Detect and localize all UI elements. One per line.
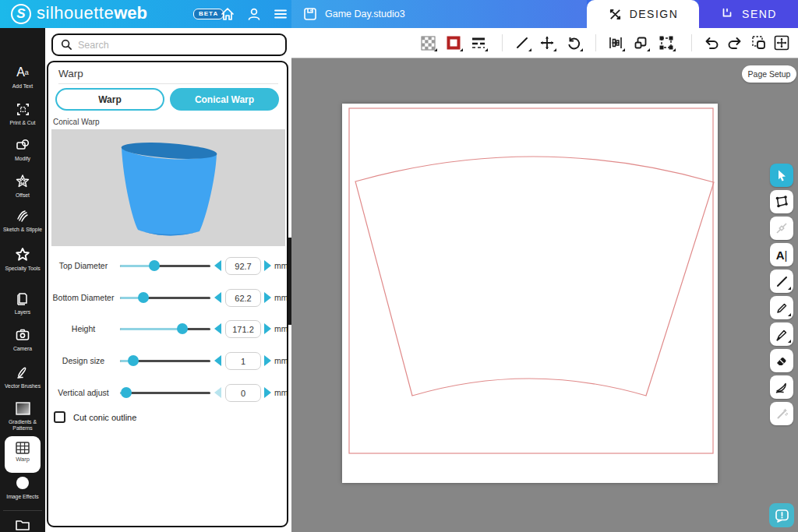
sidebar-item-gradients-patterns[interactable]: Gradients & Patterns bbox=[0, 400, 45, 432]
value-input[interactable] bbox=[225, 352, 261, 370]
line-style-button[interactable] bbox=[467, 31, 490, 55]
sidebar-item-sketch-stipple[interactable]: Sketch & Stipple bbox=[0, 207, 45, 233]
slider-thumb[interactable] bbox=[177, 323, 188, 334]
eraser-tool-button[interactable] bbox=[770, 349, 793, 372]
redo-button[interactable] bbox=[723, 31, 747, 55]
offset-icon bbox=[0, 173, 45, 190]
increment-arrow[interactable] bbox=[264, 292, 271, 303]
draw-line-button[interactable] bbox=[510, 31, 534, 55]
account-icon[interactable] bbox=[245, 5, 263, 23]
design-page[interactable] bbox=[342, 104, 718, 483]
image-effects-icon bbox=[0, 474, 45, 491]
value-input[interactable] bbox=[225, 320, 261, 338]
sidebar-item-image-effects[interactable]: Image Effects bbox=[0, 474, 45, 500]
left-sidebar: Aa Add Text Print & Cut Modify Offset Sk… bbox=[0, 28, 45, 532]
cut-conic-outline-checkbox[interactable] bbox=[54, 411, 65, 423]
feedback-button[interactable] bbox=[769, 503, 794, 527]
decrement-arrow[interactable] bbox=[214, 323, 221, 334]
slider-track[interactable] bbox=[120, 297, 210, 299]
slider-track[interactable] bbox=[120, 392, 210, 394]
pan-zoom-button[interactable] bbox=[770, 31, 793, 55]
toolbar-separator bbox=[502, 34, 503, 51]
align-distribute-button[interactable] bbox=[604, 31, 627, 55]
conical-warp-preview bbox=[51, 129, 285, 246]
increment-arrow[interactable] bbox=[264, 323, 271, 334]
sidebar-item-add-text[interactable]: Aa Add Text bbox=[0, 64, 45, 90]
edit-points-tool-button[interactable] bbox=[770, 190, 793, 213]
magic-wand-icon bbox=[775, 407, 789, 421]
knife-icon bbox=[775, 381, 789, 394]
sidebar-item-library[interactable]: Library bbox=[0, 516, 45, 532]
menu-icon[interactable] bbox=[272, 5, 289, 23]
file-tab[interactable]: Game Day.studio3 bbox=[291, 0, 587, 28]
decrement-arrow[interactable] bbox=[214, 260, 221, 271]
decrement-arrow[interactable] bbox=[214, 292, 221, 303]
rotate-tool-button[interactable] bbox=[562, 31, 585, 55]
fill-transparency-button[interactable] bbox=[416, 31, 440, 55]
increment-arrow[interactable] bbox=[264, 387, 271, 398]
brand-wordmark: silhouetteweb bbox=[37, 3, 147, 23]
checkbox-label: Cut conic outline bbox=[73, 413, 136, 422]
slider-track[interactable] bbox=[120, 265, 210, 267]
panel-title-divider bbox=[58, 83, 278, 84]
tab-design[interactable]: DESIGN bbox=[587, 0, 699, 28]
send-blade-icon bbox=[720, 7, 734, 21]
value-input[interactable] bbox=[225, 384, 261, 402]
tab-send[interactable]: SEND bbox=[699, 0, 798, 28]
slider-thumb[interactable] bbox=[121, 387, 132, 398]
move-tool-button[interactable] bbox=[535, 31, 559, 55]
library-icon bbox=[0, 516, 45, 532]
slider-thumb[interactable] bbox=[138, 292, 149, 303]
text-tool-button[interactable]: A| bbox=[770, 243, 793, 266]
arrange-group-button[interactable] bbox=[629, 31, 652, 55]
sidebar-item-camera[interactable]: Camera bbox=[0, 326, 45, 352]
value-input[interactable] bbox=[225, 257, 261, 275]
specialty-tools-icon bbox=[0, 246, 45, 263]
toolbar-separator bbox=[691, 34, 692, 51]
canvas-toolbar bbox=[291, 28, 798, 58]
vector-brushes-icon bbox=[0, 364, 45, 381]
decrement-arrow[interactable] bbox=[214, 355, 221, 366]
erase-point-tool-button-disabled bbox=[770, 217, 793, 240]
knife-tool-button[interactable] bbox=[770, 375, 793, 399]
select-tool-button[interactable] bbox=[770, 164, 793, 187]
conical-warp-section-label: Conical Warp bbox=[53, 118, 100, 126]
slider-track[interactable] bbox=[120, 360, 210, 362]
conical-warp-mode-button[interactable]: Conical Warp bbox=[170, 88, 279, 111]
file-name: Game Day.studio3 bbox=[325, 9, 405, 19]
value-input[interactable] bbox=[225, 289, 261, 307]
media-cut-border bbox=[349, 108, 713, 453]
increment-arrow[interactable] bbox=[264, 355, 271, 366]
exclamation-bubble-icon bbox=[775, 509, 789, 523]
pencil-tool-button[interactable] bbox=[770, 296, 793, 319]
sidebar-item-layers[interactable]: Layers bbox=[0, 290, 45, 315]
sidebar-item-vector-brushes[interactable]: Vector Brushes bbox=[0, 364, 45, 389]
slider-track[interactable] bbox=[120, 328, 210, 330]
increment-arrow[interactable] bbox=[264, 260, 271, 271]
warp-mode-button[interactable]: Warp bbox=[55, 88, 164, 111]
line-tool-button[interactable] bbox=[770, 270, 793, 293]
sidebar-item-warp[interactable]: Warp bbox=[5, 436, 41, 473]
search-input[interactable] bbox=[78, 40, 257, 51]
conical-warp-outline bbox=[355, 157, 714, 396]
paste-in-place-button[interactable] bbox=[747, 31, 771, 55]
sidebar-item-modify[interactable]: Modify bbox=[0, 136, 45, 162]
undo-button[interactable] bbox=[700, 31, 723, 55]
page-setup-button[interactable]: Page Setup bbox=[742, 65, 796, 83]
line-color-button[interactable] bbox=[442, 31, 465, 55]
slider-bottom-diameter: Bottom Diameter mm bbox=[48, 287, 287, 310]
scale-transform-button[interactable] bbox=[655, 31, 678, 55]
sidebar-item-offset[interactable]: Offset bbox=[0, 173, 45, 199]
print-cut-icon bbox=[0, 100, 45, 118]
slider-top-diameter: Top Diameter mm bbox=[48, 255, 287, 278]
slider-thumb[interactable] bbox=[128, 355, 139, 366]
slider-vertical-adjust: Vertical adjust mm bbox=[48, 382, 287, 405]
save-file-icon bbox=[302, 6, 318, 22]
search-box[interactable] bbox=[51, 33, 287, 56]
sidebar-item-specialty-tools[interactable]: Specialty Tools bbox=[0, 246, 45, 272]
marker-tool-button[interactable] bbox=[770, 322, 793, 346]
slider-height: Height mm bbox=[48, 318, 287, 341]
slider-thumb[interactable] bbox=[149, 260, 160, 271]
home-icon[interactable] bbox=[219, 5, 236, 23]
sidebar-item-print-cut[interactable]: Print & Cut bbox=[0, 100, 45, 126]
